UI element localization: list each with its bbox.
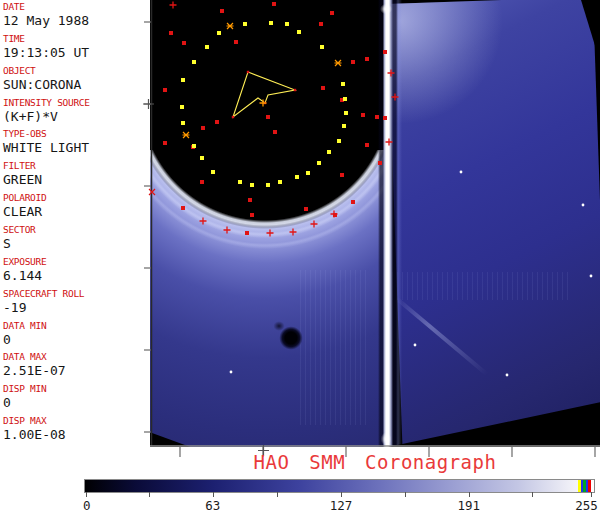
yellow-fiducial-mark <box>250 183 254 187</box>
yellow-fiducial-mark <box>342 124 346 128</box>
field-label: DATE <box>3 2 149 12</box>
red-fiducial-mark <box>273 130 277 134</box>
yellow-fiducial-mark <box>266 183 270 187</box>
yellow-fiducial-mark <box>341 82 345 86</box>
field-label: EXPOSURE <box>3 257 149 267</box>
red-fiducial-mark <box>220 9 224 13</box>
yellow-fiducial-mark <box>181 121 185 125</box>
yellow-fiducial-mark <box>337 139 341 143</box>
field-label: INTENSITY SOURCE <box>3 98 149 108</box>
field-label: POLAROID <box>3 193 149 203</box>
colorbar-tick-label: 255 <box>575 498 598 512</box>
colorbar-end-stripes <box>578 480 593 492</box>
yellow-fiducial-mark <box>285 22 289 26</box>
yellow-fiducial-mark <box>192 144 196 148</box>
red-fiducial-mark <box>351 60 355 64</box>
yellow-fiducial-mark <box>200 156 204 160</box>
red-plus-mark <box>170 2 177 9</box>
colorbar-labels: 063127191255 <box>85 498 594 512</box>
red-plus-mark <box>290 229 297 236</box>
field-label: DISP MIN <box>3 384 149 394</box>
meta-field-object: OBJECTSUN:CORONA <box>3 66 149 92</box>
meta-field-sector: SECTORS <box>3 225 149 251</box>
red-fiducial-mark <box>361 113 365 117</box>
meta-field-time: TIME19:13:05 UT <box>3 34 149 60</box>
red-fiducial-mark <box>169 31 173 35</box>
meta-field-data-min: DATA MIN0 <box>3 321 149 347</box>
yellow-fiducial-mark <box>217 31 221 35</box>
colorbar-tick <box>405 492 406 497</box>
red-fiducial-mark <box>365 143 369 147</box>
meta-field-exposure: EXPOSURE6.144 <box>3 257 149 283</box>
colorbar-tick <box>532 492 533 497</box>
red-fiducial-mark <box>330 11 334 15</box>
field-value: 1.00E-08 <box>3 427 149 442</box>
field-value: 2.51E-07 <box>3 363 149 378</box>
star-point <box>590 275 593 278</box>
red-plus-mark <box>224 227 231 234</box>
field-label: DATA MIN <box>3 321 149 331</box>
field-value: (K+F)*V <box>3 109 149 124</box>
yellow-fiducial-mark <box>317 161 321 165</box>
colorbar-tick <box>149 492 150 497</box>
red-fiducial-mark <box>200 180 204 184</box>
meta-field-date: DATE12 May 1988 <box>3 2 149 28</box>
yellow-fiducial-mark <box>343 97 347 101</box>
red-fiducial-mark <box>378 161 382 165</box>
pointing-polygon <box>233 72 295 117</box>
meta-field-disp-min: DISP MIN0 <box>3 384 149 410</box>
colorbar <box>84 479 595 493</box>
colorbar-tick <box>341 492 342 497</box>
red-fiducial-mark <box>201 126 205 130</box>
field-label: TYPE-OBS <box>3 129 149 139</box>
red-fiducial-mark <box>272 2 276 6</box>
field-value: 19:13:05 UT <box>3 45 149 60</box>
field-label: TIME <box>3 34 149 44</box>
yellow-fiducial-mark <box>211 170 215 174</box>
red-plus-mark <box>386 139 393 146</box>
star-point <box>460 171 463 174</box>
field-label: DATA MAX <box>3 352 149 362</box>
meta-field-intensity-source: INTENSITY SOURCE(K+F)*V <box>3 98 149 124</box>
yellow-fiducial-mark <box>180 105 184 109</box>
colorbar-tick <box>213 492 214 497</box>
meta-field-disp-max: DISP MAX1.00E-08 <box>3 416 149 442</box>
star-point <box>230 371 233 374</box>
field-value: GREEN <box>3 172 149 187</box>
red-fiducial-mark <box>340 173 344 177</box>
yellow-fiducial-mark <box>295 175 299 179</box>
field-value: CLEAR <box>3 204 149 219</box>
red-plus-mark <box>388 70 395 77</box>
red-fiducial-mark <box>248 198 252 202</box>
colorbar-tick-label: 0 <box>83 498 91 512</box>
red-fiducial-mark <box>321 86 325 90</box>
star-point <box>582 204 585 207</box>
field-value: SUN:CORONA <box>3 77 149 92</box>
field-label: OBJECT <box>3 66 149 76</box>
orange-x-mark <box>335 60 342 66</box>
orange-x-mark <box>227 23 234 29</box>
colorbar-tick <box>469 492 470 497</box>
colorbar-tick-label: 191 <box>457 498 480 512</box>
meta-field-spacecraft-roll: SPACECRAFT ROLL-19 <box>3 289 149 315</box>
red-fiducial-mark <box>250 213 254 217</box>
yellow-fiducial-mark <box>181 78 185 82</box>
red-plus-mark <box>200 218 207 225</box>
red-fiducial-mark <box>365 57 369 61</box>
field-label: DISP MAX <box>3 416 149 426</box>
field-label: SPACECRAFT ROLL <box>3 289 149 299</box>
star-point <box>506 374 509 377</box>
field-label: SECTOR <box>3 225 149 235</box>
meta-field-polaroid: POLAROIDCLEAR <box>3 193 149 219</box>
yellow-fiducial-mark <box>297 30 301 34</box>
coronagraph-viewer-page: { "meta": { "fields": [ {"label":"DATE",… <box>0 0 600 512</box>
red-fiducial-mark <box>304 207 308 211</box>
yellow-fiducial-mark <box>278 180 282 184</box>
metadata-panel: DATE12 May 1988TIME19:13:05 UTOBJECTSUN:… <box>0 0 150 447</box>
red-vertex-dot <box>294 89 296 91</box>
yellow-fiducial-mark <box>192 60 196 64</box>
red-vertex-dot <box>247 71 249 73</box>
yellow-fiducial-mark <box>327 150 331 154</box>
meta-field-filter: FILTERGREEN <box>3 161 149 187</box>
field-value: 0 <box>3 332 149 347</box>
